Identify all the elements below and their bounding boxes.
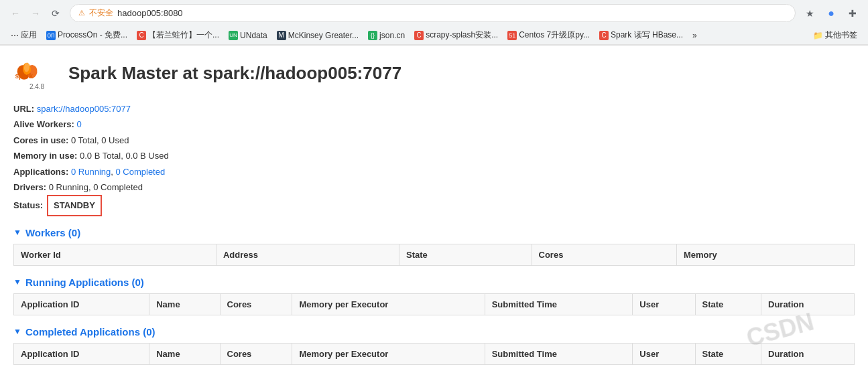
- bookmark-scrapy[interactable]: C scrapy-splash安装...: [410, 28, 502, 42]
- drivers-completed-value: 0 Completed: [93, 182, 143, 192]
- undata-label: UNdata: [240, 31, 267, 40]
- running-apps-toggle[interactable]: ▼: [13, 277, 21, 287]
- bookmark-spark-hbase[interactable]: C Spark 读写 HBase...: [595, 28, 687, 42]
- workers-table: Worker Id Address State Cores Memory: [13, 244, 855, 266]
- running-col-memory: Memory per Executor: [292, 293, 485, 315]
- drivers-label: Drivers:: [13, 182, 46, 192]
- completed-col-appid: Application ID: [14, 343, 149, 364]
- bookmark-processon[interactable]: on ProcessOn - 免费...: [42, 28, 131, 42]
- running-col-submitted: Submitted Time: [485, 293, 633, 315]
- folder-icon: 📁: [813, 31, 823, 40]
- workers-toggle[interactable]: ▼: [13, 228, 21, 237]
- page-content: spark 2.4.8 Spark Master at spark://hado…: [0, 46, 868, 371]
- workers-header-row: Worker Id Address State Cores Memory: [14, 244, 855, 265]
- completed-apps-header-row: Application ID Name Cores Memory per Exe…: [14, 343, 855, 364]
- completed-col-state: State: [695, 343, 761, 364]
- centos-favicon: 51: [507, 31, 517, 40]
- info-section: URL: spark://hadoop005:7077 Alive Worker…: [13, 101, 855, 216]
- reload-button[interactable]: ⟳: [47, 5, 64, 22]
- cores-label: Cores in use:: [13, 135, 68, 145]
- json-label: json.cn: [379, 31, 405, 40]
- spark-logo-svg: spark: [13, 56, 60, 82]
- drivers-line: Drivers: 0 Running, 0 Completed: [13, 179, 855, 195]
- centos-label: Centos 7升级原py...: [519, 29, 590, 41]
- more-icon: »: [692, 31, 697, 40]
- other-bookmarks-label: 其他书签: [825, 29, 857, 41]
- applications-line: Applications: 0 Running, 0 Completed: [13, 164, 855, 179]
- apps-bookmark[interactable]: ⋯ 应用: [7, 28, 41, 42]
- bookmark-star-button[interactable]: ★: [801, 5, 818, 22]
- spark-hbase-favicon: C: [599, 31, 609, 40]
- spark-logo: spark 2.4.8: [13, 56, 60, 90]
- applications-completed-value[interactable]: 0 Completed: [115, 167, 165, 177]
- running-col-state: State: [695, 293, 761, 315]
- status-label: Status:: [13, 198, 43, 213]
- url-link[interactable]: spark://hadoop005:7077: [37, 104, 131, 114]
- security-label: 不安全: [89, 7, 113, 19]
- workers-col-state: State: [399, 244, 532, 265]
- extensions-button[interactable]: ✚: [844, 5, 861, 22]
- cores-value: 0 Total, 0 Used: [71, 135, 129, 145]
- workers-col-id: Worker Id: [14, 244, 216, 265]
- bookmark-mckinsey[interactable]: M McKinsey Greater...: [273, 29, 363, 42]
- completed-apps-table-head: Application ID Name Cores Memory per Exe…: [14, 343, 855, 364]
- back-button[interactable]: ←: [7, 5, 24, 22]
- url-display: hadoop005:8080: [117, 8, 787, 18]
- applications-running-value[interactable]: 0 Running: [71, 167, 111, 177]
- ruolan-label: 【若兰蛀竹】一个...: [148, 29, 219, 41]
- address-bar[interactable]: ⚠ 不安全 hadoop005:8080: [70, 4, 796, 22]
- mckinsey-favicon: M: [277, 31, 286, 40]
- completed-apps-toggle[interactable]: ▼: [13, 327, 21, 336]
- running-apps-header-row: Application ID Name Cores Memory per Exe…: [14, 293, 855, 315]
- scrapy-label: scrapy-splash安装...: [426, 29, 498, 41]
- status-badge: STANDBY: [47, 195, 102, 216]
- forward-button[interactable]: →: [27, 5, 44, 22]
- alive-workers-label: Alive Workers:: [13, 119, 74, 129]
- workers-col-memory: Memory: [676, 244, 854, 265]
- workers-col-address: Address: [216, 244, 399, 265]
- alive-workers-line: Alive Workers: 0: [13, 117, 855, 132]
- security-icon: ⚠: [78, 9, 85, 17]
- ruolan-favicon: C: [137, 31, 146, 40]
- bookmark-undata[interactable]: UN UNdata: [225, 29, 271, 42]
- bookmark-ruolan[interactable]: C 【若兰蛀竹】一个...: [133, 28, 223, 42]
- mckinsey-label: McKinsey Greater...: [288, 31, 359, 40]
- url-label: URL:: [13, 104, 34, 114]
- running-col-cores: Cores: [220, 293, 292, 315]
- alive-workers-value[interactable]: 0: [76, 119, 81, 129]
- processon-label: ProcessOn - 免费...: [58, 29, 127, 41]
- running-apps-table: Application ID Name Cores Memory per Exe…: [13, 293, 855, 315]
- nav-buttons: ← → ⟳: [7, 5, 64, 22]
- completed-col-cores: Cores: [220, 343, 292, 364]
- applications-label: Applications:: [13, 167, 68, 177]
- running-col-appid: Application ID: [14, 293, 149, 315]
- spark-hbase-label: Spark 读写 HBase...: [611, 29, 683, 41]
- more-bookmarks-button[interactable]: »: [688, 29, 701, 42]
- running-apps-section-header: ▼ Running Applications (0): [13, 277, 855, 288]
- scrapy-favicon: C: [414, 31, 424, 40]
- spark-master-title: Spark Master at spark://hadoop005:7077: [68, 63, 401, 84]
- drivers-running-value: 0 Running: [49, 182, 88, 192]
- apps-label: 应用: [21, 29, 37, 41]
- svg-text:spark: spark: [15, 72, 34, 80]
- bookmark-json[interactable]: {} json.cn: [364, 29, 409, 42]
- spark-version: 2.4.8: [29, 83, 44, 90]
- chrome-icon-button[interactable]: ●: [822, 5, 840, 22]
- workers-col-cores: Cores: [532, 244, 676, 265]
- completed-col-submitted: Submitted Time: [485, 343, 633, 364]
- running-apps-title: Running Applications (0): [25, 277, 144, 288]
- memory-line: Memory in use: 0.0 B Total, 0.0 B Used: [13, 148, 855, 163]
- completed-apps-section-header: ▼ Completed Applications (0): [13, 326, 855, 338]
- processon-favicon: on: [46, 31, 56, 40]
- browser-chrome: ← → ⟳ ⚠ 不安全 hadoop005:8080 ★ ● ✚ ⋯ 应用 on…: [0, 0, 868, 46]
- completed-apps-table: Application ID Name Cores Memory per Exe…: [13, 343, 855, 365]
- undata-favicon: UN: [229, 31, 238, 40]
- status-line: Status: STANDBY: [13, 195, 102, 216]
- workers-section-header: ▼ Workers (0): [13, 227, 855, 238]
- other-bookmarks-folder[interactable]: 📁 其他书签: [809, 28, 861, 42]
- bookmark-centos[interactable]: 51 Centos 7升级原py...: [503, 28, 594, 42]
- completed-apps-title: Completed Applications (0): [25, 326, 156, 338]
- spark-header: spark 2.4.8 Spark Master at spark://hado…: [13, 56, 855, 90]
- running-col-name: Name: [149, 293, 220, 315]
- cores-line: Cores in use: 0 Total, 0 Used: [13, 133, 855, 148]
